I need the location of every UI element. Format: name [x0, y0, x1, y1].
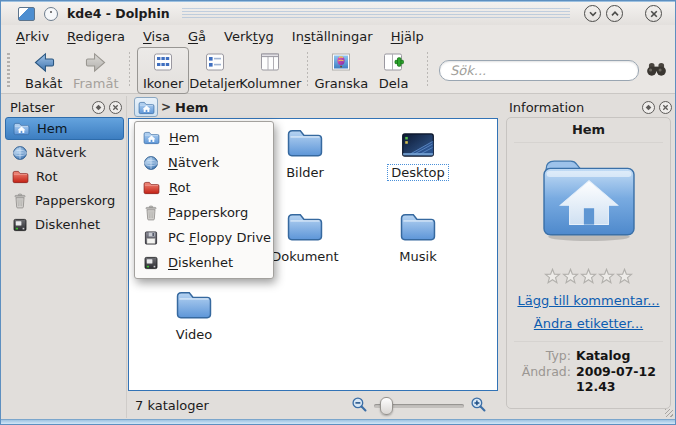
menu-item-hem[interactable]: Hem: [135, 125, 273, 150]
folder-item-video[interactable]: Video: [153, 286, 235, 343]
menu-arkiv[interactable]: Arkiv: [7, 27, 58, 46]
folder-item-dokument[interactable]: Dokument: [264, 208, 346, 265]
menu-visa[interactable]: Visa: [134, 27, 179, 46]
minimize-button[interactable]: [584, 5, 601, 22]
place-label: Rot: [36, 169, 58, 184]
modified-label: Ändrad:: [509, 364, 571, 394]
globe-icon: [12, 145, 28, 161]
place-item-papperskorg[interactable]: Papperskorg: [5, 189, 124, 212]
modified-value: 2009-07-12 12.43: [576, 364, 668, 394]
trash-icon: [143, 205, 159, 221]
star-icon[interactable]: [598, 268, 615, 285]
close-panel-button[interactable]: [109, 101, 122, 114]
menu-item-label: Rot: [169, 180, 191, 195]
type-value: Katalog: [576, 348, 668, 363]
place-item-diskenhet[interactable]: Diskenhet: [5, 213, 124, 236]
folder-icon: [286, 210, 324, 242]
properties: Typ: Katalog Ändrad: 2009-07-12 12.43: [507, 348, 670, 394]
folder-item-musik[interactable]: Musik: [377, 208, 459, 265]
preview-button[interactable]: Granska: [315, 47, 368, 94]
back-button[interactable]: Bakåt: [18, 47, 70, 94]
binoculars-icon[interactable]: [646, 61, 667, 80]
icons-view-icon: [152, 51, 174, 74]
close-button[interactable]: [645, 5, 662, 22]
status-text: 7 kataloger: [135, 398, 351, 413]
menu-item-label: Papperskorg: [168, 205, 248, 220]
window-menu-button[interactable]: [44, 7, 58, 21]
home-folder-icon: [138, 100, 155, 115]
view-icons-button[interactable]: Ikoner: [137, 47, 189, 94]
type-label: Typ:: [509, 348, 571, 363]
folder-label: Bilder: [282, 164, 328, 181]
menu-verktyg[interactable]: Verktyg: [215, 27, 283, 46]
maximize-button[interactable]: [606, 5, 623, 22]
drive-icon: [12, 217, 28, 233]
information-panel: Information Hem Lägg: [502, 96, 676, 418]
zoom-slider-handle[interactable]: [380, 397, 393, 415]
split-view-icon: [382, 51, 406, 74]
toolbar-handle[interactable]: [7, 53, 10, 87]
red-folder-icon: [12, 169, 29, 184]
zoom-slider[interactable]: [374, 404, 464, 408]
home-folder-icon: [507, 151, 670, 246]
forward-button[interactable]: Framåt: [70, 47, 122, 94]
place-label: Papperskorg: [35, 193, 115, 208]
menu-item-rot[interactable]: Rot: [135, 175, 273, 200]
menu-item-diskenhet[interactable]: Diskenhet: [135, 250, 273, 275]
menu-redigera[interactable]: Redigera: [58, 27, 134, 46]
star-icon[interactable]: [544, 268, 561, 285]
toolbar-separator: [307, 52, 308, 88]
folder-item-desktop[interactable]: Desktop: [377, 124, 459, 181]
preview-icon: [330, 51, 352, 74]
add-comment-link[interactable]: Lägg till kommentar...: [507, 293, 670, 308]
star-icon[interactable]: [616, 268, 633, 285]
split-label: Dela: [379, 76, 409, 91]
folder-item-bilder[interactable]: Bilder: [264, 124, 346, 181]
view-columns-button[interactable]: Kolumner: [241, 47, 299, 94]
menu-hjalp[interactable]: Hjälp: [382, 27, 433, 46]
star-icon[interactable]: [562, 268, 579, 285]
breadcrumb: > Hem: [128, 96, 501, 118]
split-button[interactable]: Dela: [368, 47, 420, 94]
resize-grip[interactable]: [665, 409, 673, 417]
menu-item-pc-floppy-drive[interactable]: PC Floppy Drive: [135, 225, 273, 250]
info-frame: Hem Lägg till kommentar... Ändra etikett…: [506, 117, 671, 409]
float-panel-button[interactable]: [642, 101, 655, 114]
change-tags-link[interactable]: Ändra etiketter...: [507, 316, 670, 331]
menu-installningar[interactable]: Inställningar: [283, 27, 382, 46]
back-label: Bakåt: [25, 76, 62, 91]
view-details-button[interactable]: Detaljer: [189, 47, 241, 94]
breadcrumb-current[interactable]: Hem: [175, 100, 208, 115]
forward-label: Framåt: [73, 76, 119, 91]
info-item-name: Hem: [507, 122, 670, 137]
menu-item-natverk[interactable]: Nätverk: [135, 150, 273, 175]
folder-icon: [175, 288, 213, 320]
divider: [514, 341, 663, 342]
place-item-natverk[interactable]: Nätverk: [5, 141, 124, 164]
places-panel-title: Platser: [10, 100, 88, 115]
place-item-rot[interactable]: Rot: [5, 165, 124, 188]
zoom-in-button[interactable]: [470, 396, 487, 416]
breadcrumb-home-button[interactable]: [134, 97, 158, 117]
star-icon[interactable]: [580, 268, 597, 285]
columns-view-icon: [259, 51, 281, 74]
red-folder-icon: [143, 180, 160, 195]
home-folder-icon: [143, 130, 160, 145]
toolbar: Bakåt Framåt Ikoner: [1, 47, 675, 94]
folder-label: Desktop: [387, 164, 449, 181]
zoom-out-button[interactable]: [351, 396, 368, 416]
toolbar-separator: [129, 52, 130, 88]
close-panel-button[interactable]: [659, 101, 672, 114]
search-input[interactable]: [439, 60, 639, 81]
dolphin-window: kde4 - Dolphin Arkiv Redigera Visa Gå Ve…: [0, 0, 676, 425]
place-item-hem[interactable]: Hem: [5, 117, 124, 140]
menu-ga[interactable]: Gå: [179, 27, 215, 46]
menu-item-label: Hem: [169, 130, 199, 145]
folder-label: Dokument: [267, 248, 342, 265]
float-panel-button[interactable]: [92, 101, 105, 114]
drive-icon: [143, 255, 159, 271]
menu-item-papperskorg[interactable]: Papperskorg: [135, 200, 273, 225]
details-view-icon: [204, 51, 226, 74]
forward-arrow-icon: [84, 51, 108, 74]
folder-label: Musik: [395, 248, 440, 265]
